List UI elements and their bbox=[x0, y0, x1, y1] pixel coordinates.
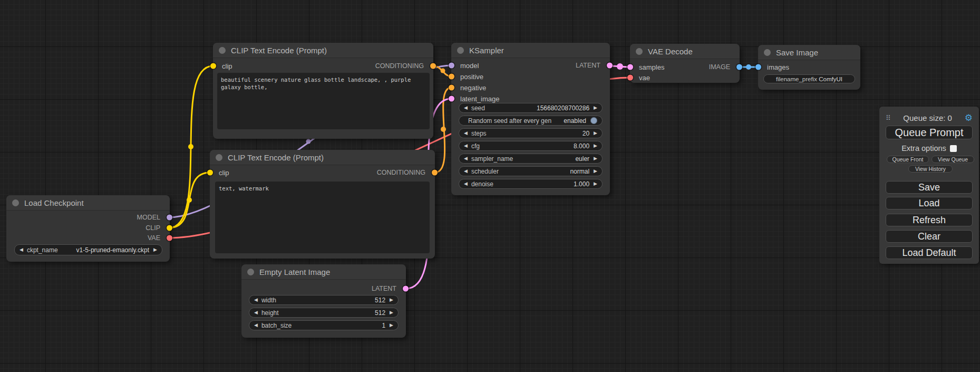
node-title-bar[interactable]: Empty Latent Image bbox=[241, 264, 406, 280]
output-slot-conditioning: CONDITIONING bbox=[213, 61, 433, 71]
input-slot-vae: vae bbox=[630, 72, 740, 83]
output-slot-conditioning: CONDITIONING bbox=[210, 167, 435, 178]
height-widget[interactable]: ◀ height 512 ▶ bbox=[249, 308, 399, 318]
node-title: VAE Decode bbox=[648, 47, 693, 56]
clip-output-port[interactable] bbox=[167, 225, 172, 231]
load-button[interactable]: Load bbox=[886, 197, 973, 209]
view-queue-button[interactable]: View Queue bbox=[932, 156, 974, 163]
input-slot-negative: negative bbox=[451, 82, 610, 93]
filename-prefix-widget[interactable]: filename_prefix ComfyUI bbox=[763, 74, 855, 83]
latent-image-input-port[interactable] bbox=[449, 96, 454, 102]
extra-options-checkbox[interactable] bbox=[950, 145, 957, 152]
collapse-circle-icon[interactable] bbox=[247, 269, 254, 275]
model-output-port[interactable] bbox=[167, 215, 172, 221]
node-title-bar[interactable]: KSampler bbox=[451, 43, 610, 58]
node-title: Load Checkpoint bbox=[24, 198, 84, 207]
output-slot-latent: LATENT bbox=[241, 283, 406, 294]
collapse-circle-icon[interactable] bbox=[216, 154, 222, 161]
toggle-dot-icon[interactable] bbox=[590, 117, 597, 124]
conditioning-output-port[interactable] bbox=[432, 170, 438, 176]
positive-input-port[interactable] bbox=[449, 74, 454, 80]
node-clip-text-encode-negative[interactable]: CLIP Text Encode (Prompt) clip CONDITION… bbox=[210, 150, 435, 259]
steps-widget[interactable]: ◀ steps 20 ▶ bbox=[459, 128, 603, 138]
queue-front-button[interactable]: Queue Front bbox=[887, 156, 929, 163]
node-vae-decode[interactable]: VAE Decode samples IMAGE vae bbox=[630, 44, 740, 83]
queue-prompt-button[interactable]: Queue Prompt bbox=[886, 126, 973, 139]
ckpt-name-widget[interactable]: ◀ ckpt_name v1-5-pruned-emaonly.ckpt ▶ bbox=[14, 244, 162, 255]
node-title-bar[interactable]: VAE Decode bbox=[630, 44, 740, 59]
latent-output-port[interactable] bbox=[607, 63, 613, 69]
node-empty-latent-image[interactable]: Empty Latent Image LATENT ◀ width 512 ▶ … bbox=[241, 264, 406, 338]
node-title: CLIP Text Encode (Prompt) bbox=[228, 153, 324, 162]
increment-arrow-icon[interactable]: ▶ bbox=[390, 298, 393, 302]
width-widget[interactable]: ◀ width 512 ▶ bbox=[249, 295, 399, 305]
node-title-bar[interactable]: Load Checkpoint bbox=[6, 195, 170, 211]
collapse-circle-icon[interactable] bbox=[12, 199, 19, 206]
save-button[interactable]: Save bbox=[886, 181, 973, 194]
increment-arrow-icon[interactable]: ▶ bbox=[594, 106, 597, 110]
output-slot-model: MODEL bbox=[6, 212, 170, 223]
collapse-circle-icon[interactable] bbox=[764, 49, 771, 56]
node-canvas[interactable]: Load Checkpoint MODEL CLIP VAE ◀ ckpt_na… bbox=[0, 0, 980, 372]
decrement-arrow-icon[interactable]: ◀ bbox=[464, 106, 468, 110]
collapse-circle-icon[interactable] bbox=[219, 47, 226, 54]
decrement-arrow-icon[interactable]: ◀ bbox=[464, 182, 468, 186]
decrement-arrow-icon[interactable]: ◀ bbox=[254, 298, 258, 302]
next-arrow-icon[interactable]: ▶ bbox=[594, 169, 597, 174]
cfg-widget[interactable]: ◀ cfg 8.000 ▶ bbox=[459, 141, 603, 151]
collapse-circle-icon[interactable] bbox=[457, 47, 464, 54]
node-title: KSampler bbox=[469, 46, 504, 55]
negative-input-port[interactable] bbox=[449, 85, 454, 91]
decrement-arrow-icon[interactable]: ◀ bbox=[464, 131, 468, 136]
increment-arrow-icon[interactable]: ▶ bbox=[594, 182, 597, 186]
settings-gear-icon[interactable]: ⚙ bbox=[965, 113, 973, 122]
view-history-button[interactable]: View History bbox=[908, 165, 953, 173]
load-default-button[interactable]: Load Default bbox=[886, 246, 973, 259]
node-save-image[interactable]: Save Image images filename_prefix ComfyU… bbox=[758, 45, 860, 90]
prev-arrow-icon[interactable]: ◀ bbox=[20, 247, 23, 252]
denoise-widget[interactable]: ◀ denoise 1.000 ▶ bbox=[459, 179, 603, 189]
node-title-bar[interactable]: CLIP Text Encode (Prompt) bbox=[213, 43, 433, 58]
image-output-port[interactable] bbox=[736, 64, 742, 70]
images-input-port[interactable] bbox=[755, 64, 761, 70]
queue-panel-header: ⠿ Queue size: 0 ⚙ bbox=[879, 113, 979, 122]
increment-arrow-icon[interactable]: ▶ bbox=[390, 323, 393, 328]
latent-output-port[interactable] bbox=[403, 286, 409, 292]
seed-widget[interactable]: ◀ seed 156680208700286 ▶ bbox=[459, 103, 603, 113]
next-arrow-icon[interactable]: ▶ bbox=[153, 247, 157, 252]
node-title-bar[interactable]: Save Image bbox=[758, 45, 860, 60]
random-seed-toggle[interactable]: Random seed after every gen enabled bbox=[459, 116, 603, 126]
node-ksampler[interactable]: KSampler model LATENT positive negative … bbox=[451, 43, 610, 195]
scheduler-widget[interactable]: ◀ scheduler normal ▶ bbox=[459, 166, 603, 176]
negative-prompt-textarea[interactable]: text, watermark bbox=[215, 182, 430, 253]
sampler-name-widget[interactable]: ◀ sampler_name euler ▶ bbox=[459, 154, 603, 164]
vae-input-port[interactable] bbox=[627, 75, 633, 81]
batch-size-widget[interactable]: ◀ batch_size 1 ▶ bbox=[249, 320, 399, 330]
node-clip-text-encode-positive[interactable]: CLIP Text Encode (Prompt) clip CONDITION… bbox=[213, 43, 433, 139]
input-slot-positive: positive bbox=[451, 71, 610, 82]
clear-button[interactable]: Clear bbox=[886, 230, 973, 243]
decrement-arrow-icon[interactable]: ◀ bbox=[254, 310, 258, 315]
input-slot-latent-image: latent_image bbox=[451, 93, 610, 104]
node-title: Empty Latent Image bbox=[259, 268, 330, 276]
decrement-arrow-icon[interactable]: ◀ bbox=[254, 323, 258, 328]
increment-arrow-icon[interactable]: ▶ bbox=[594, 144, 597, 148]
node-title-bar[interactable]: CLIP Text Encode (Prompt) bbox=[210, 150, 435, 165]
decrement-arrow-icon[interactable]: ◀ bbox=[464, 144, 468, 148]
output-slot-clip: CLIP bbox=[6, 223, 170, 233]
prev-arrow-icon[interactable]: ◀ bbox=[464, 169, 468, 174]
output-slot-latent: LATENT bbox=[451, 60, 610, 71]
positive-prompt-textarea[interactable]: beautiful scenery nature glass bottle la… bbox=[217, 73, 430, 129]
next-arrow-icon[interactable]: ▶ bbox=[594, 156, 597, 161]
vae-output-port[interactable] bbox=[167, 235, 172, 241]
output-slot-vae: VAE bbox=[6, 233, 170, 243]
refresh-button[interactable]: Refresh bbox=[886, 214, 973, 226]
collapse-circle-icon[interactable] bbox=[636, 48, 643, 55]
node-load-checkpoint[interactable]: Load Checkpoint MODEL CLIP VAE ◀ ckpt_na… bbox=[6, 195, 170, 262]
increment-arrow-icon[interactable]: ▶ bbox=[390, 310, 393, 315]
node-title: Save Image bbox=[776, 48, 818, 57]
conditioning-output-port[interactable] bbox=[430, 63, 436, 69]
prev-arrow-icon[interactable]: ◀ bbox=[464, 156, 468, 161]
increment-arrow-icon[interactable]: ▶ bbox=[594, 131, 597, 136]
drag-handle-icon[interactable]: ⠿ bbox=[886, 114, 891, 122]
